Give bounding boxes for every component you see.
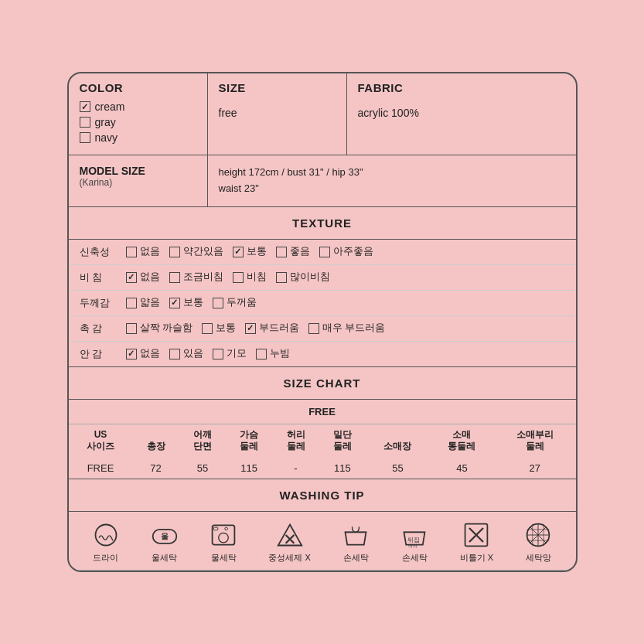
texture-checkbox — [169, 349, 180, 359]
fabric-value: acrylic 100% — [358, 101, 565, 119]
texture-checkbox — [126, 272, 137, 283]
washing-icons: 드라이울울세탁물세탁중성세제 X손세탁뒤집어서손세탁비틀기 X세탁망 — [69, 512, 576, 571]
wash-icon-label: 손세탁 — [402, 552, 428, 564]
color-item: cream — [80, 101, 196, 113]
texture-option-label: 아주좋음 — [333, 245, 373, 258]
model-label-cell: MODEL SIZE (Karina) — [69, 155, 208, 206]
texture-checkbox — [276, 272, 287, 283]
texture-row: 신축성없음약간있음보통좋음아주좋음 — [69, 240, 576, 265]
texture-option: 좋음 — [276, 245, 310, 258]
size-col-header: 가슴 둘레 — [226, 424, 272, 458]
svg-point-4 — [219, 533, 229, 543]
texture-checkbox — [213, 298, 223, 308]
texture-option: 누빔 — [256, 347, 290, 360]
texture-option: 없음 — [126, 245, 160, 258]
texture-options: 살짝 까슬함보통부드러움매우 부드러움 — [126, 322, 386, 335]
svg-text:울: 울 — [160, 532, 168, 540]
wash-icon-block: 손세탁 — [342, 521, 370, 564]
texture-row: 비 침없음조금비침비침많이비침 — [69, 265, 576, 291]
size-chart-subtitle: FREE — [69, 400, 576, 424]
texture-checkbox — [202, 323, 213, 334]
color-items: creamgraynavy — [80, 101, 196, 144]
fabric-header: FABRIC — [358, 81, 565, 94]
texture-option-label: 얇음 — [140, 296, 160, 309]
texture-option: 보통 — [202, 322, 236, 335]
texture-option: 많이비침 — [276, 271, 330, 284]
texture-option-label: 기모 — [227, 347, 247, 360]
size-cell: SIZE free — [208, 73, 347, 155]
texture-option: 부드러움 — [245, 322, 299, 335]
texture-checkbox — [233, 247, 244, 257]
texture-option-label: 많이비침 — [290, 271, 330, 284]
texture-option: 얇음 — [126, 296, 160, 309]
texture-option-label: 있음 — [183, 347, 203, 360]
wash-icon-label: 물세탁 — [211, 552, 237, 564]
wash-icon-block: 물세탁 — [210, 521, 237, 564]
texture-option-label: 두꺼움 — [227, 296, 257, 309]
color-checkbox — [80, 101, 90, 112]
top-grid: COLOR creamgraynavy SIZE free FABRIC acr… — [69, 73, 576, 155]
texture-row-label: 신축성 — [80, 245, 112, 259]
color-label: cream — [95, 101, 125, 113]
wash-icon-label: 손세탁 — [343, 552, 369, 564]
wash-icon-label: 비틀기 X — [460, 552, 493, 564]
size-table-cell: 72 — [132, 458, 179, 479]
texture-option-label: 없음 — [140, 271, 160, 284]
wash-icon-label: 드라이 — [93, 552, 118, 564]
size-table-cell: 45 — [430, 458, 494, 479]
texture-option-label: 보통 — [247, 245, 267, 258]
model-desc-line2: waist 23" — [219, 182, 259, 194]
size-col-header: 총장 — [132, 424, 179, 458]
size-col-header: US 사이즈 — [69, 424, 133, 458]
texture-row-label: 촉 감 — [80, 322, 112, 336]
model-desc: height 172cm / bust 31" / hip 33" waist … — [208, 155, 576, 206]
svg-point-0 — [95, 524, 116, 545]
wash-icon-block: 중성세제 X — [268, 521, 310, 564]
texture-checkbox — [256, 349, 267, 359]
size-table-cell: 27 — [494, 458, 576, 479]
texture-checkbox — [169, 298, 180, 308]
texture-row: 촉 감살짝 까슬함보통부드러움매우 부드러움 — [69, 316, 576, 342]
washing-section: WASHING TIP 드라이울울세탁물세탁중성세제 X손세탁뒤집어서손세탁비틀… — [69, 479, 576, 571]
size-col-header: 어깨 단면 — [179, 424, 226, 458]
color-cell: COLOR creamgraynavy — [69, 73, 208, 155]
texture-checkbox — [126, 349, 137, 359]
texture-checkbox — [213, 349, 223, 359]
texture-checkbox — [276, 247, 287, 257]
texture-checkbox — [169, 247, 180, 257]
texture-option: 조금비침 — [169, 271, 223, 284]
wash-icon-label: 울세탁 — [152, 552, 177, 564]
texture-option-label: 누빔 — [270, 347, 290, 360]
size-table-head: US 사이즈총장어깨 단면가슴 둘레허리 둘레밑단 둘레소매장소매 통둘레소매부… — [69, 424, 576, 458]
size-value: free — [219, 101, 336, 119]
model-desc-line1: height 172cm / bust 31" / hip 33" — [219, 166, 363, 178]
texture-row-label: 두께감 — [80, 296, 112, 310]
size-table-cell: 115 — [319, 458, 366, 479]
size-header: SIZE — [219, 81, 336, 94]
size-col-header: 허리 둘레 — [272, 424, 319, 458]
wash-icon-label: 세탁망 — [526, 552, 551, 564]
texture-option-label: 약간있음 — [183, 245, 223, 258]
texture-checkbox — [126, 247, 137, 257]
color-checkbox — [80, 132, 90, 143]
size-table-body: FREE7255115-115554527 — [69, 458, 576, 479]
svg-text:어서: 어서 — [408, 543, 417, 548]
wash-icon-label: 중성세제 X — [268, 552, 310, 564]
color-label: navy — [95, 131, 118, 144]
model-size-label: MODEL SIZE — [80, 165, 196, 177]
svg-rect-3 — [213, 525, 235, 544]
texture-row: 안 감없음있음기모누빔 — [69, 342, 576, 366]
texture-option: 없음 — [126, 271, 160, 284]
texture-option: 없음 — [126, 347, 160, 360]
texture-option: 기모 — [213, 347, 247, 360]
size-table-row: FREE7255115-115554527 — [69, 458, 576, 479]
size-chart-header: SIZE CHART — [69, 367, 576, 400]
model-row: MODEL SIZE (Karina) height 172cm / bust … — [69, 155, 576, 207]
texture-option-label: 부드러움 — [259, 322, 299, 335]
texture-checkbox — [126, 298, 137, 308]
texture-option: 비침 — [233, 271, 267, 284]
texture-section: TEXTURE 신축성없음약간있음보통좋음아주좋음비 침없음조금비침비침많이비침… — [69, 207, 576, 367]
texture-option: 약간있음 — [169, 245, 223, 258]
fabric-cell: FABRIC acrylic 100% — [347, 73, 576, 155]
texture-checkbox — [308, 323, 319, 334]
